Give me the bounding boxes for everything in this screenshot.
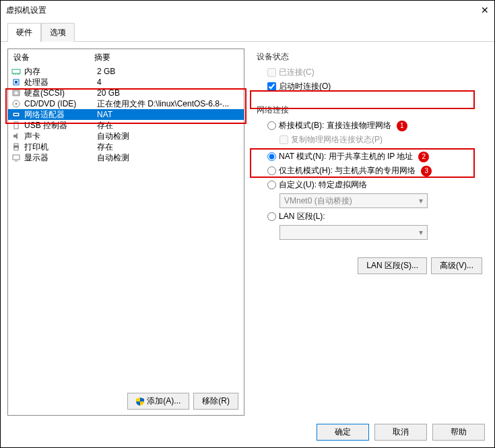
list-item[interactable]: 内存 2 GB: [8, 66, 244, 77]
svg-rect-14: [15, 123, 15, 124]
add-button[interactable]: 添加(A)...: [127, 393, 189, 410]
ok-label: 确定: [335, 426, 351, 438]
device-summary: 正在使用文件 D:\linux\CentOS-6.8-...: [97, 98, 241, 110]
connected-checkbox: [267, 68, 276, 77]
right-button-bar: LAN 区段(S)... 高级(V)...: [358, 257, 482, 274]
device-name: 显示器: [24, 152, 97, 164]
cancel-button[interactable]: 取消: [374, 424, 427, 441]
tab-hardware[interactable]: 硬件: [7, 23, 41, 42]
add-button-label: 添加(A)...: [147, 395, 180, 407]
status-group-label: 设备状态: [257, 51, 482, 63]
custom-radio[interactable]: [267, 181, 276, 189]
help-button[interactable]: 帮助: [432, 424, 485, 441]
svg-rect-19: [13, 155, 20, 160]
badge-3: 3: [421, 166, 432, 177]
shield-icon: [136, 397, 144, 406]
svg-rect-17: [14, 143, 18, 146]
svg-rect-0: [12, 69, 20, 73]
content-area: 设备 摘要 内存 2 GB 处理器 4 硬盘(SCSI) 20 GB CD/DV…: [1, 42, 494, 422]
advanced-button[interactable]: 高级(V)...: [431, 257, 482, 274]
device-panel: 设备 摘要 内存 2 GB 处理器 4 硬盘(SCSI) 20 GB CD/DV…: [7, 49, 244, 416]
bridged-radio-row[interactable]: 桥接模式(B): 直接连接物理网络 1: [267, 120, 482, 131]
connected-label: 已连接(C): [279, 67, 315, 78]
dialog-button-bar: 确定 取消 帮助: [317, 424, 485, 441]
remove-button-label: 移除(R): [202, 395, 230, 407]
device-list: 内存 2 GB 处理器 4 硬盘(SCSI) 20 GB CD/DVD (IDE…: [8, 66, 244, 163]
svg-rect-18: [14, 148, 18, 150]
cd-icon: [11, 98, 22, 109]
device-summary: 4: [97, 77, 241, 87]
bridged-radio[interactable]: [267, 121, 276, 130]
connected-checkbox-row: 已连接(C): [267, 67, 482, 78]
hostonly-radio-row[interactable]: 仅主机模式(H): 与主机共享的专用网络 3: [267, 165, 482, 177]
list-item[interactable]: 处理器 4: [8, 77, 244, 88]
tab-options[interactable]: 选项: [41, 23, 75, 42]
help-label: 帮助: [451, 426, 467, 438]
ok-button[interactable]: 确定: [317, 424, 369, 441]
badge-2: 2: [418, 152, 429, 162]
connect-on-checkbox[interactable]: [267, 82, 276, 91]
nat-radio-row[interactable]: NAT 模式(N): 用于共享主机的 IP 地址 2: [267, 151, 482, 162]
device-summary: 存在: [97, 141, 241, 153]
header-device: 设备: [13, 52, 94, 63]
printer-icon: [11, 141, 22, 152]
svg-point-8: [15, 92, 18, 94]
svg-rect-12: [14, 114, 18, 115]
list-item[interactable]: 声卡 自动检测: [8, 131, 244, 141]
hostonly-radio[interactable]: [267, 166, 276, 175]
list-header: 设备 摘要: [8, 49, 244, 66]
lan-select: [279, 225, 428, 240]
left-button-bar: 添加(A)... 移除(R): [127, 393, 238, 410]
bridged-label: 桥接模式(B): 直接连接物理网络: [279, 120, 391, 131]
list-item-selected[interactable]: 网络适配器 NAT: [8, 109, 244, 120]
advanced-label: 高级(V)...: [440, 260, 473, 271]
list-item[interactable]: CD/DVD (IDE) 正在使用文件 D:\linux\CentOS-6.8-…: [8, 98, 244, 109]
remove-button[interactable]: 移除(R): [193, 393, 238, 410]
tab-bar: 硬件 选项: [1, 20, 494, 42]
lan-radio-row[interactable]: LAN 区段(L):: [267, 211, 482, 222]
device-name: 网络适配器: [24, 109, 97, 121]
nat-label: NAT 模式(N): 用于共享主机的 IP 地址: [279, 151, 413, 162]
list-item[interactable]: 硬盘(SCSI) 20 GB: [8, 88, 244, 98]
nat-radio[interactable]: [267, 152, 276, 161]
replicate-checkbox-row: 复制物理网络连接状态(P): [279, 134, 482, 146]
badge-1: 1: [397, 121, 407, 131]
device-summary: 20 GB: [97, 88, 241, 98]
nic-icon: [11, 109, 22, 120]
svg-rect-13: [14, 122, 18, 129]
device-summary: 存在: [97, 120, 241, 131]
lan-segment-label: LAN 区段(S)...: [366, 260, 418, 271]
settings-panel: 设备状态 已连接(C) 启动时连接(O) 网络连接 桥接模式(B): 直接连接物…: [251, 49, 488, 416]
close-icon[interactable]: ✕: [481, 5, 489, 15]
lan-segment-button[interactable]: LAN 区段(S)...: [358, 257, 427, 274]
lan-label: LAN 区段(L):: [279, 211, 325, 222]
replicate-label: 复制物理网络连接状态(P): [291, 134, 383, 146]
memory-icon: [11, 66, 22, 77]
device-summary: 自动检测: [97, 152, 241, 164]
lan-radio[interactable]: [267, 212, 276, 221]
sound-icon: [11, 131, 22, 141]
net-group-label: 网络连接: [257, 104, 482, 116]
custom-select: VMnet0 (自动桥接): [279, 193, 428, 208]
device-name: CD/DVD (IDE): [24, 99, 97, 108]
cancel-label: 取消: [393, 426, 409, 438]
hostonly-label: 仅主机模式(H): 与主机共享的专用网络: [279, 165, 416, 177]
svg-rect-6: [15, 81, 18, 84]
list-item[interactable]: 显示器 自动检测: [8, 152, 244, 163]
list-item[interactable]: 打印机 存在: [8, 141, 244, 152]
device-name: USB 控制器: [24, 120, 97, 131]
custom-radio-row[interactable]: 自定义(U): 特定虚拟网络: [267, 179, 482, 191]
usb-icon: [11, 120, 22, 131]
device-name: 内存: [24, 66, 97, 77]
window-title: 虚拟机设置: [6, 5, 46, 16]
list-item[interactable]: USB 控制器 存在: [8, 120, 244, 131]
device-name: 打印机: [24, 141, 97, 153]
device-name: 声卡: [24, 131, 97, 142]
connect-on-checkbox-row[interactable]: 启动时连接(O): [267, 81, 482, 92]
title-bar: 虚拟机设置 ✕: [1, 1, 494, 20]
custom-label: 自定义(U): 特定虚拟网络: [279, 179, 367, 191]
connect-on-label: 启动时连接(O): [279, 81, 331, 92]
custom-select-value: VMnet0 (自动桥接): [284, 195, 352, 207]
disk-icon: [11, 88, 22, 98]
svg-point-10: [15, 103, 18, 105]
